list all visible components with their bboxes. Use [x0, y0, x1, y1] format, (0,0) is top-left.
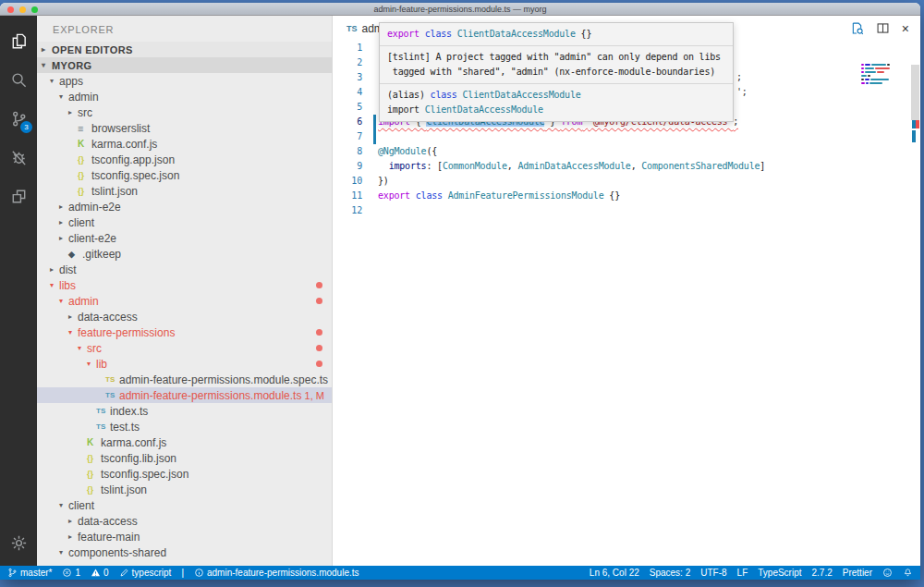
tree-folder-admin-e2e[interactable]: ▸admin-e2e: [37, 199, 332, 214]
tree-file-tsconfig-spec-json[interactable]: {}tsconfig.spec.json: [37, 466, 332, 482]
status-item-1[interactable]: 1: [62, 568, 80, 578]
tree-item-label: feature-main: [78, 531, 140, 544]
json-file-icon: {}: [87, 454, 101, 463]
line-number: 12: [333, 203, 362, 218]
code-line-9[interactable]: 9 imports: [CommonModule, AdminDataAcces…: [333, 159, 920, 174]
line-number: 11: [333, 189, 362, 203]
code-text: export class AdminFeaturePermissionsModu…: [378, 190, 620, 201]
section-header-myorg[interactable]: ▾MYORG: [37, 57, 332, 73]
status-item-spaces-2[interactable]: Spaces: 2: [650, 568, 690, 578]
extensions-icon[interactable]: [0, 177, 37, 215]
code-line-11[interactable]: 11export class AdminFeaturePermissionsMo…: [333, 189, 920, 203]
explorer-icon[interactable]: [0, 21, 37, 60]
tree-folder-admin[interactable]: ▾admin: [37, 89, 332, 104]
minimap[interactable]: [861, 64, 903, 86]
tree-file-tslint-json[interactable]: {}tslint.json: [37, 183, 332, 199]
tree-folder-src[interactable]: ▸src: [37, 560, 332, 566]
minimap-segment: [861, 75, 867, 77]
close-window-button[interactable]: [7, 6, 14, 13]
tree-folder-lib[interactable]: ▾lib: [37, 356, 332, 372]
status-item-ln-6-col-22[interactable]: Ln 6, Col 22: [590, 568, 639, 578]
tree-folder-admin[interactable]: ▾admin: [37, 293, 332, 309]
status-item-bell[interactable]: [903, 568, 913, 578]
vscode-window: admin-feature-permissions.module.ts — my…: [0, 3, 920, 580]
editor-scrollbar[interactable]: [911, 65, 919, 120]
status-item-2-7-2[interactable]: 2.7.2: [812, 568, 833, 578]
status-item-lf[interactable]: LF: [737, 568, 748, 578]
tree-file-tsconfig-spec-json[interactable]: {}tsconfig.spec.json: [37, 167, 332, 183]
tree-item-label: tsconfig.app.json: [91, 153, 175, 166]
chevron-down-icon: ▾: [59, 548, 68, 556]
tree-file-tsconfig-lib-json[interactable]: {}tsconfig.lib.json: [37, 450, 332, 466]
karma-file-icon: K: [87, 437, 101, 447]
code-token: @NgModule: [378, 146, 426, 156]
tree-folder-data-access[interactable]: ▸data-access: [37, 309, 332, 324]
code-text: }): [378, 176, 389, 186]
sidebar-pane-title: EXPLORER: [37, 16, 332, 42]
tree-folder-libs[interactable]: ▾libs: [37, 277, 332, 293]
minimap-segment: [871, 64, 886, 66]
code-line-12[interactable]: 12: [333, 203, 920, 218]
window-titlebar[interactable]: admin-feature-permissions.module.ts — my…: [0, 3, 920, 16]
status-item-utf-8[interactable]: UTF-8: [700, 568, 726, 578]
line-number: 2: [333, 55, 362, 70]
tree-file-index-ts[interactable]: TSindex.ts: [37, 403, 332, 419]
tree-file-karma-conf-js[interactable]: Kkarma.conf.js: [37, 136, 332, 152]
tree-folder-feature-permissions[interactable]: ▾feature-permissions: [37, 324, 332, 340]
tree-folder-client-e2e[interactable]: ▸client-e2e: [37, 230, 332, 246]
code-line-8[interactable]: 8@NgModule({: [333, 144, 920, 159]
tree-item-label: components-shared: [68, 546, 166, 559]
tree-file-admin-feature-permissions-module-spec-ts[interactable]: TSadmin-feature-permissions.module.spec.…: [37, 372, 332, 387]
status-label: Spaces: 2: [650, 568, 690, 578]
debug-icon[interactable]: [0, 138, 37, 177]
status-item-master[interactable]: master*: [7, 568, 52, 578]
chevron-right-icon: ▸: [68, 312, 78, 321]
minimize-window-button[interactable]: [19, 6, 26, 13]
tree-file-browserslist[interactable]: ≡browserslist: [37, 120, 332, 136]
tree-folder-data-access[interactable]: ▸data-access: [37, 513, 332, 529]
tree-folder-dist[interactable]: ▸dist: [37, 262, 332, 277]
tree-folder-components-shared[interactable]: ▾components-shared: [37, 544, 332, 560]
code-line-10[interactable]: 10}): [333, 174, 920, 189]
tree-item-label: tsconfig.spec.json: [101, 468, 188, 481]
tree-folder-client[interactable]: ▸client: [37, 214, 332, 230]
tree-file--gitkeep[interactable]: ◆.gitkeep: [37, 246, 332, 262]
info-icon: [194, 568, 204, 578]
split-editor-icon[interactable]: [876, 21, 890, 35]
tree-file-karma-conf-js[interactable]: Kkarma.conf.js: [37, 434, 332, 450]
chevron-right-icon: ▸: [59, 202, 68, 211]
settings-icon[interactable]: [0, 523, 37, 562]
editor-group[interactable]: TS admin-feature-permissions.module.ts ×…: [333, 16, 920, 566]
message-line: tagged with "shared", "admin" (nx-enforc…: [387, 65, 725, 79]
search-icon[interactable]: [0, 60, 37, 99]
hover-tslint-message: [tslint] A project tagged with "admin" c…: [380, 45, 733, 83]
hover-alias-info: (alias) class ClientDataAccessModuleimpo…: [380, 83, 733, 121]
source-control-icon[interactable]: 3: [0, 99, 37, 138]
tree-folder-feature-main[interactable]: ▸feature-main: [37, 529, 332, 544]
status-item-prettier[interactable]: Prettier: [843, 568, 872, 578]
tree-folder-apps[interactable]: ▾apps: [37, 73, 332, 89]
tree-file-test-ts[interactable]: TStest.ts: [37, 419, 332, 434]
status-item-smiley[interactable]: [882, 568, 893, 578]
status-item-[interactable]: |: [181, 568, 184, 578]
code-line-7[interactable]: 7: [333, 129, 920, 144]
section-header-open-editors[interactable]: ▸OPEN EDITORS: [37, 42, 332, 57]
status-item-typescript[interactable]: TypeScript: [758, 568, 801, 578]
close-icon[interactable]: ×: [902, 22, 909, 35]
open-changes-icon[interactable]: [850, 21, 864, 35]
tree-file-tslint-json[interactable]: {}tslint.json: [37, 482, 332, 497]
tree-file-tsconfig-app-json[interactable]: {}tsconfig.app.json: [37, 152, 332, 167]
status-item-admin-feature-permissions-module-ts[interactable]: admin-feature-permissions.module.ts: [194, 568, 359, 578]
ts-blue-file-icon: TS: [96, 422, 110, 431]
status-label: LF: [737, 568, 748, 578]
tree-file-admin-feature-permissions-module-ts[interactable]: TSadmin-feature-permissions.module.ts1, …: [37, 387, 332, 403]
line-number: 7: [333, 129, 362, 144]
zoom-window-button[interactable]: [31, 6, 38, 13]
tree-folder-client[interactable]: ▾client: [37, 497, 332, 513]
status-item-0[interactable]: 0: [91, 568, 109, 578]
modified-gutter-indicator: [373, 129, 376, 144]
tree-folder-src[interactable]: ▸src: [37, 104, 332, 120]
tree-folder-src[interactable]: ▾src: [37, 340, 332, 356]
status-item-typescript[interactable]: typescript: [119, 568, 172, 578]
chevron-right-icon: ▸: [68, 108, 78, 116]
